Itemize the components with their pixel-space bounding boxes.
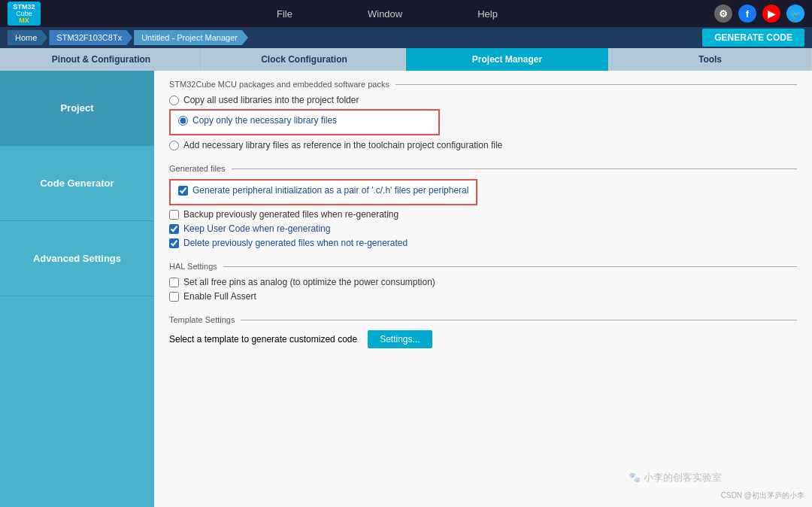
sidebar-item-code-generator[interactable]: Code Generator bbox=[0, 146, 154, 221]
menu-window[interactable]: Window bbox=[368, 8, 402, 20]
checkbox-delete-previously-label: Delete previously generated files when n… bbox=[183, 238, 408, 248]
twitter-icon[interactable]: 🐦 bbox=[786, 5, 804, 23]
radio-copy-all[interactable]: Copy all used libraries into the project… bbox=[169, 95, 797, 105]
generated-files-title: Generated files bbox=[169, 164, 797, 173]
checkbox-keep-user-code[interactable]: Keep User Code when re-generating bbox=[169, 223, 797, 234]
checkbox-delete-previously-input[interactable] bbox=[169, 238, 179, 248]
project-section-title: STM32Cube MCU packages and embedded soft… bbox=[169, 80, 797, 89]
checkbox-delete-previously[interactable]: Delete previously generated files when n… bbox=[169, 238, 797, 248]
settings-button[interactable]: Settings... bbox=[368, 330, 432, 348]
sidebar: Project Code Generator Advanced Settings bbox=[0, 71, 154, 507]
main-content: Project Code Generator Advanced Settings… bbox=[0, 71, 812, 507]
radio-copy-necessary[interactable]: Copy only the necessary library files bbox=[178, 115, 431, 126]
hal-settings-section: HAL Settings Set all free pins as analog… bbox=[169, 262, 797, 302]
sidebar-item-project[interactable]: Project bbox=[0, 71, 154, 146]
youtube-icon[interactable]: ▶ bbox=[762, 5, 780, 23]
menu-help[interactable]: Help bbox=[477, 8, 498, 20]
radio-add-reference[interactable]: Add necessary library files as reference… bbox=[169, 140, 797, 150]
breadcrumb-bar: Home STM32F103C8Tx Untitled - Project Ma… bbox=[0, 27, 812, 48]
content-panel: STM32Cube MCU packages and embedded soft… bbox=[154, 71, 812, 507]
checkbox-backup[interactable]: Backup previously generated files when r… bbox=[169, 209, 797, 220]
menu-file[interactable]: File bbox=[277, 8, 292, 20]
template-label: Select a template to generate customized… bbox=[169, 334, 357, 345]
menu-bar: STM32 Cube MX File Window Help ⚙ f ▶ 🐦 bbox=[0, 0, 812, 27]
generate-code-button[interactable]: GENERATE CODE bbox=[702, 29, 804, 47]
sidebar-item-advanced-settings[interactable]: Advanced Settings bbox=[0, 221, 154, 296]
tab-tools[interactable]: Tools bbox=[609, 48, 812, 71]
facebook-icon[interactable]: f bbox=[738, 5, 756, 23]
template-row: Select a template to generate customized… bbox=[169, 330, 797, 348]
breadcrumb-chip[interactable]: STM32F103C8Tx bbox=[49, 30, 132, 45]
checkbox-free-pins-input[interactable] bbox=[169, 278, 179, 287]
checkbox-free-pins-label: Set all free pins as analog (to optimize… bbox=[183, 277, 435, 287]
radio-copy-necessary-input[interactable] bbox=[178, 116, 188, 126]
copy-necessary-box: Copy only the necessary library files bbox=[169, 109, 440, 135]
tab-project-manager[interactable]: Project Manager bbox=[406, 48, 609, 71]
checkbox-free-pins[interactable]: Set all free pins as analog (to optimize… bbox=[169, 277, 797, 287]
generate-peripheral-box: Generate peripheral initialization as a … bbox=[169, 179, 477, 205]
checkbox-backup-input[interactable] bbox=[169, 210, 179, 220]
template-settings-title: Template Settings bbox=[169, 315, 797, 324]
social-icons: ⚙ f ▶ 🐦 bbox=[714, 5, 804, 23]
footer-note: CSDN @初出茅庐的小李 bbox=[721, 490, 804, 501]
logo-area: STM32 Cube MX bbox=[8, 2, 45, 26]
checkbox-keep-user-code-input[interactable] bbox=[169, 224, 179, 234]
checkbox-keep-user-code-label: Keep User Code when re-generating bbox=[183, 223, 330, 234]
breadcrumb-home[interactable]: Home bbox=[8, 30, 47, 45]
watermark: 🐾 小李的创客实验室 bbox=[629, 471, 722, 484]
radio-copy-necessary-label: Copy only the necessary library files bbox=[192, 115, 337, 126]
checkbox-full-assert-label: Enable Full Assert bbox=[183, 291, 256, 302]
settings-icon[interactable]: ⚙ bbox=[714, 5, 732, 23]
tab-pinout[interactable]: Pinout & Configuration bbox=[0, 48, 203, 71]
template-settings-section: Template Settings Select a template to g… bbox=[169, 315, 797, 348]
tab-clock[interactable]: Clock Configuration bbox=[203, 48, 406, 71]
checkbox-generate-peripheral[interactable]: Generate peripheral initialization as a … bbox=[178, 185, 468, 196]
logo-box: STM32 Cube MX bbox=[8, 2, 41, 26]
radio-add-reference-input[interactable] bbox=[169, 141, 179, 150]
generated-files-section: Generated files Generate peripheral init… bbox=[169, 164, 797, 248]
hal-settings-title: HAL Settings bbox=[169, 262, 797, 271]
project-section: STM32Cube MCU packages and embedded soft… bbox=[169, 80, 797, 150]
radio-copy-all-label: Copy all used libraries into the project… bbox=[183, 95, 359, 105]
checkbox-full-assert[interactable]: Enable Full Assert bbox=[169, 291, 797, 302]
radio-add-reference-label: Add necessary library files as reference… bbox=[183, 140, 502, 150]
breadcrumb-project[interactable]: Untitled - Project Manager bbox=[134, 30, 248, 45]
tab-bar: Pinout & Configuration Clock Configurati… bbox=[0, 48, 812, 71]
radio-copy-all-input[interactable] bbox=[169, 96, 179, 105]
checkbox-generate-peripheral-input[interactable] bbox=[178, 186, 188, 196]
logo-mx: MX bbox=[19, 17, 29, 24]
checkbox-backup-label: Backup previously generated files when r… bbox=[183, 209, 398, 220]
checkbox-full-assert-input[interactable] bbox=[169, 292, 179, 302]
menu-items: File Window Help bbox=[60, 8, 714, 20]
checkbox-generate-peripheral-label: Generate peripheral initialization as a … bbox=[192, 185, 468, 196]
